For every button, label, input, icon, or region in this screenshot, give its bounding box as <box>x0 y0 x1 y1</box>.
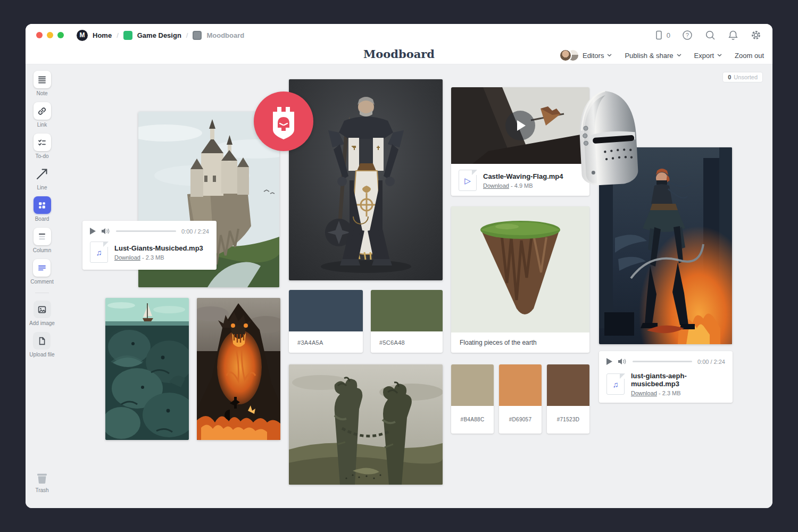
audio-download-link[interactable]: Download <box>631 390 657 396</box>
search-button[interactable] <box>704 29 716 41</box>
tool-board[interactable]: Board <box>34 196 51 222</box>
trash-dropzone[interactable]: Trash <box>26 471 59 493</box>
sidebar-divider <box>35 293 49 293</box>
video-download-link[interactable]: Download <box>483 182 509 189</box>
breadcrumb-separator: / <box>117 31 119 39</box>
color-swatch-card[interactable]: #5C6A48 <box>371 290 443 353</box>
color-swatch-card[interactable]: #3A4A5A <box>289 290 363 353</box>
zoom-out-button[interactable]: Zoom out <box>735 52 764 60</box>
play-button[interactable] <box>606 358 613 365</box>
audio-download-link[interactable]: Download <box>114 254 140 261</box>
audio-filesize: 2.3 MB <box>146 254 164 261</box>
tool-column[interactable]: Column <box>33 228 51 253</box>
chevron-down-icon <box>607 54 612 57</box>
mobile-sync-button[interactable]: 0 <box>653 29 670 41</box>
color-swatch-card[interactable]: #B4A88C <box>451 364 494 434</box>
island-caption: Floating pieces of the earth <box>451 332 589 353</box>
tool-label: Line <box>37 185 47 190</box>
giant-hands-image[interactable] <box>289 364 443 485</box>
tool-link[interactable]: Link <box>34 102 51 128</box>
audio-filesize: 2.3 MB <box>662 390 681 396</box>
color-swatch-block <box>289 290 363 331</box>
video-file-icon: ▷ <box>459 170 477 191</box>
publish-share-menu[interactable]: Publish & share <box>625 52 681 60</box>
unsorted-count: 0 <box>728 74 731 80</box>
breadcrumb-project[interactable]: Game Design <box>137 31 181 39</box>
video-play-button[interactable] <box>505 111 535 140</box>
color-swatch-hex: #3A4A5A <box>289 331 363 354</box>
column-icon <box>34 228 51 245</box>
audio-filename: lust-giants-aeph-musicbed.mp3 <box>631 372 725 388</box>
breadcrumb-home[interactable]: Home <box>93 31 112 39</box>
board-actions: Editors Publish & share Export Zoom out <box>559 46 764 64</box>
tool-label: Column <box>33 247 51 253</box>
tool-comment[interactable]: Comment <box>30 259 53 285</box>
window-controls <box>36 32 64 38</box>
color-swatch-card[interactable]: #D69057 <box>499 364 542 434</box>
milanote-logo-icon[interactable]: M <box>77 30 88 41</box>
maximize-window-button[interactable] <box>57 32 64 38</box>
tool-todo[interactable]: To-do <box>34 134 51 159</box>
minimize-window-button[interactable] <box>47 32 53 38</box>
board-icon <box>34 196 51 214</box>
tool-line[interactable]: Line <box>34 165 51 190</box>
volume-icon[interactable] <box>102 228 111 235</box>
audio-card[interactable]: 0:00 / 2:24 ♫ lust-giants-aeph-musicbed.… <box>599 351 733 403</box>
bell-icon <box>727 29 739 41</box>
play-button[interactable] <box>90 228 96 235</box>
tool-add-image[interactable]: Add image <box>29 301 55 326</box>
tool-label: To-do <box>35 153 48 159</box>
volume-icon[interactable] <box>618 358 627 365</box>
color-swatch-hex: #5C6A48 <box>371 331 443 354</box>
tool-upload-file[interactable]: Upload file <box>29 332 54 358</box>
mobile-count: 0 <box>667 31 670 39</box>
upload-file-icon <box>33 332 51 350</box>
floating-island-card[interactable]: Floating pieces of the earth <box>451 206 589 353</box>
board-canvas[interactable]: 0 Unsorted <box>26 64 772 508</box>
chevron-down-icon <box>677 54 681 57</box>
audio-progress-bar[interactable] <box>633 361 692 362</box>
line-arrow-icon <box>34 165 51 182</box>
castle-shield-badge-icon[interactable] <box>254 92 313 151</box>
notifications-button[interactable] <box>727 29 739 41</box>
tool-label: Upload file <box>29 352 54 358</box>
board-header: Moodboard Editors Publish & share Export… <box>26 46 772 64</box>
editor-avatars <box>559 49 579 62</box>
current-board-icon <box>193 31 202 40</box>
video-filesize: 4.9 MB <box>514 182 533 189</box>
project-board-icon[interactable] <box>123 31 132 40</box>
topbar-icons: 0 ? <box>653 29 762 41</box>
export-label: Export <box>694 52 714 60</box>
add-image-icon <box>34 301 51 318</box>
unsorted-badge[interactable]: 0 Unsorted <box>722 72 763 82</box>
audio-progress-bar[interactable] <box>116 230 176 232</box>
trash-label: Trash <box>35 487 48 493</box>
settings-button[interactable] <box>750 29 762 41</box>
audio-card[interactable]: 0:00 / 2:24 ♫ Lust-Giants-Musicbed.mp3 D… <box>82 221 217 270</box>
export-menu[interactable]: Export <box>694 52 722 60</box>
audio-time: 0:00 / 2:24 <box>181 228 209 235</box>
tool-label: Add image <box>29 320 55 326</box>
color-swatch-card[interactable]: #71523D <box>547 364 589 434</box>
help-button[interactable]: ? <box>681 29 693 41</box>
unsorted-label: Unsorted <box>734 74 758 80</box>
app-window: M Home / Game Design / Moodboard 0 ? <box>26 24 772 508</box>
audio-file-icon: ♫ <box>90 242 108 263</box>
comment-icon <box>33 259 51 277</box>
todo-icon <box>34 134 51 151</box>
help-icon: ? <box>681 29 693 41</box>
publish-share-label: Publish & share <box>625 52 673 60</box>
fire-demon-image[interactable] <box>197 298 280 440</box>
close-window-button[interactable] <box>36 32 43 38</box>
tool-label: Link <box>37 122 47 128</box>
trash-icon <box>35 471 49 485</box>
editors-menu[interactable]: Editors <box>559 49 612 62</box>
knight-helmet-image[interactable] <box>568 88 647 188</box>
breadcrumb-separator: / <box>186 31 188 39</box>
color-swatch-hex: #D69057 <box>499 417 542 422</box>
tool-note[interactable]: Note <box>34 71 51 96</box>
breadcrumb-current: Moodboard <box>206 31 244 39</box>
sea-monster-image[interactable] <box>105 298 189 440</box>
color-swatch-block <box>547 364 589 406</box>
search-icon <box>704 29 716 41</box>
